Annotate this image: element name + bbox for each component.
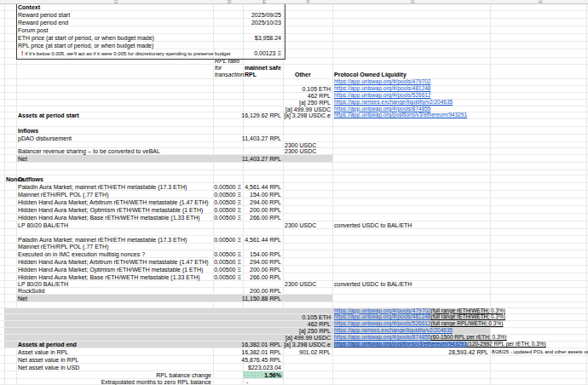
note-cell: 8/28/25 - updated POL and other assets v… xyxy=(490,348,588,355)
cell-text: Hidden Hand Aura Market; Base rETH/WETH … xyxy=(18,274,200,280)
row-label: Reward period end xyxy=(16,19,213,26)
cell-text: [a] 3.298 USDC.e xyxy=(284,342,331,348)
value-cell: 0.00500 Ξ xyxy=(213,191,243,198)
value-cell: 28,593.42 RPL xyxy=(332,348,490,355)
sheet-row: Hidden Hand Aura Market; Optimism rETH/W… xyxy=(0,266,588,273)
cell-text: [a] 250 RPL xyxy=(299,100,331,106)
row-label: Hidden Hand Aura Market; Optimism rETH/W… xyxy=(16,266,213,273)
value-cell: 901.02 RPL xyxy=(283,348,332,355)
cell-text: 11,150.88 RPL xyxy=(242,296,281,302)
cell-text: 45,876.45 RPL xyxy=(241,357,281,363)
cell-text: 8/28/25 - updated POL and other assets v… xyxy=(492,349,588,354)
value-cell: 200.00 RPL xyxy=(243,288,283,294)
column-letter[interactable]: D xyxy=(228,0,231,4)
value-cell: 266.00 RPL xyxy=(243,214,283,221)
value-cell: 4,561.44 RPL xyxy=(243,236,283,243)
pool-link[interactable]: https://app.uniswap.org/#/pools/481248 xyxy=(334,86,430,92)
cell-text: 0.00500 Ξ xyxy=(214,274,241,280)
column-letter[interactable]: F xyxy=(307,0,310,4)
cell-text: Protocol Owned Liquidity xyxy=(334,72,406,78)
cell-text: Assets at period start xyxy=(18,112,79,118)
pool-link[interactable]: https://app.uniswap.org/#/pools/874855 xyxy=(334,335,430,341)
cell-text: converted USDC to BAL/ETH xyxy=(334,281,412,287)
cell-text: Asset value in RPL xyxy=(18,349,68,355)
pool-link[interactable]: https://app.uniswap.org/#/pools/526612 xyxy=(334,321,430,327)
sheet-row: Net asset value in USD$223,023.04 xyxy=(0,364,588,371)
sheet-row: Extrapolated months to zero RPL balance- xyxy=(0,379,588,385)
cell-text: 16,129.62 RPL xyxy=(241,112,281,118)
cell-text: RPL ratio for transaction xyxy=(215,58,244,78)
value-cell: 0.00500 Ξ xyxy=(213,266,243,273)
cell-text: Net asset value in RPL xyxy=(18,357,78,363)
value-cell: 154.00 RPL xyxy=(243,250,283,257)
row-label: Mainnet rETH/RPL POL (.77 ETH) xyxy=(16,244,213,250)
sheet-row: Hidden Hand Aura Market; Arbitrum rETH/W… xyxy=(0,258,588,266)
row-label: RPL balance change xyxy=(16,371,213,378)
sheet-row: RPL ratio for transactionmainnet safe RP… xyxy=(0,65,588,79)
link-cell: https://app.uniswap.org/#/pools/526612 (… xyxy=(332,321,490,327)
sheet-row: https://app.uniswap.org/#/pools/479702 xyxy=(0,79,588,86)
sheet-row: 0.105 ETHhttps://app.uniswap.org/#/pools… xyxy=(0,86,588,93)
value-cell: 462 RPL xyxy=(283,321,332,327)
sheet-row: Net11,403.27 RPL xyxy=(0,155,588,163)
row-label: Reward period start xyxy=(16,11,213,18)
pool-link[interactable]: https://app.ramses.exchange/liquidity/v2… xyxy=(334,328,453,334)
column-letter[interactable]: H xyxy=(539,0,542,4)
sheet-row: 462 RPLhttps://app.uniswap.org/#/pools/5… xyxy=(0,321,588,328)
cell-text: LP 80/20 BAL/ETH xyxy=(18,281,68,287)
row-label: LP 80/20 BAL/ETH xyxy=(16,221,213,228)
value-cell: 0.00500 Ξ xyxy=(213,236,243,243)
pool-link[interactable]: https://app.uniswap.org/positions/v3/eth… xyxy=(334,112,467,118)
row-label: RockSolid xyxy=(16,288,213,294)
pool-link-range-note: (60-1500 RPL per rETH; 0.3%) xyxy=(430,335,506,341)
value-cell: 294.00 RPL xyxy=(243,258,283,265)
sheet-row: Net11,150.88 RPL xyxy=(0,295,588,302)
row-label: Hidden Hand Aura Market; Base rETH/WETH … xyxy=(16,273,213,280)
pool-link[interactable]: https://app.uniswap.org/#/pools/479702 xyxy=(334,79,430,85)
row-label: Balancer revenue sharing -- to be conver… xyxy=(16,148,213,154)
cell-text: 4,561.44 RPL xyxy=(245,237,281,243)
row-label: Mainnet rETH/RPL POL (.77 ETH) xyxy=(16,191,213,198)
value-cell: 45,876.45 RPL xyxy=(243,356,283,363)
cell-text: 0.00500 Ξ xyxy=(214,215,241,221)
column-letter[interactable]: E xyxy=(262,0,266,4)
value-cell: [a] 499.99 USDC xyxy=(283,335,332,341)
cell-text: Net xyxy=(18,156,27,162)
cell-text: Paladin Aura Market; mainnet rETH/ETH me… xyxy=(18,237,187,243)
cell-text: 16,382.01 RPL xyxy=(241,349,281,355)
link-cell: https://app.uniswap.org/positions/v3/eth… xyxy=(332,342,490,348)
cell-text: Executed on in IMC execution multisig no… xyxy=(18,251,145,257)
value-cell: 2300 USDC xyxy=(283,148,332,154)
sheet-row xyxy=(0,229,588,236)
pool-link[interactable]: https://app.uniswap.org/#/pools/526612 xyxy=(334,93,430,99)
value-cell: - xyxy=(243,379,283,384)
cell-text: 2300 USDC xyxy=(285,222,316,228)
row-label: Hidden Hand Aura Market; Base rETH/WETH … xyxy=(16,214,213,221)
cell-text: [a] 499.99 USDC xyxy=(285,335,331,341)
value-cell: $3,958.24 xyxy=(243,34,283,41)
cell-text: Forum post xyxy=(18,27,48,33)
column-letter[interactable]: C xyxy=(114,0,118,4)
sheet-row: RPL price (at start of period, or when b… xyxy=(0,42,588,49)
value-cell: 294.00 RPL xyxy=(243,198,283,205)
value-cell: RPL ratio for transaction xyxy=(213,65,243,78)
value-cell: 2025/10/23 xyxy=(243,19,283,26)
row-label: LP 80/20 BAL/ETH xyxy=(16,281,213,287)
row-label: Asset value in RPL xyxy=(16,348,213,355)
cell-text: Hidden Hand Aura Market; Base rETH/WETH … xyxy=(18,215,200,221)
value-cell: [a] 250 RPL xyxy=(283,328,332,334)
section-label: Context xyxy=(16,3,213,10)
cell-text: 266.00 RPL xyxy=(250,274,281,280)
pool-link[interactable]: https://app.ramses.exchange/liquidity/v2… xyxy=(334,100,453,106)
value-cell: $223,023.04 xyxy=(243,364,283,371)
cell-text: 200.00 RPL xyxy=(250,288,281,294)
pool-link[interactable]: https://app.uniswap.org/#/pools/481248 xyxy=(334,314,430,320)
column-letter[interactable]: G xyxy=(411,0,415,4)
sheet-row: [a] 499.99 USDChttps://app.uniswap.org/#… xyxy=(0,106,588,112)
pool-link[interactable]: https://app.uniswap.org/positions/v3/eth… xyxy=(334,342,467,348)
cell-text: 462 RPL xyxy=(308,321,331,327)
column-header-strip: CDEFGH xyxy=(0,0,588,4)
link-cell: https://app.ramses.exchange/liquidity/v2… xyxy=(332,328,490,334)
cell-text: 28,593.42 RPL xyxy=(448,349,488,355)
link-cell: https://app.uniswap.org/#/pools/481248 xyxy=(332,86,490,92)
